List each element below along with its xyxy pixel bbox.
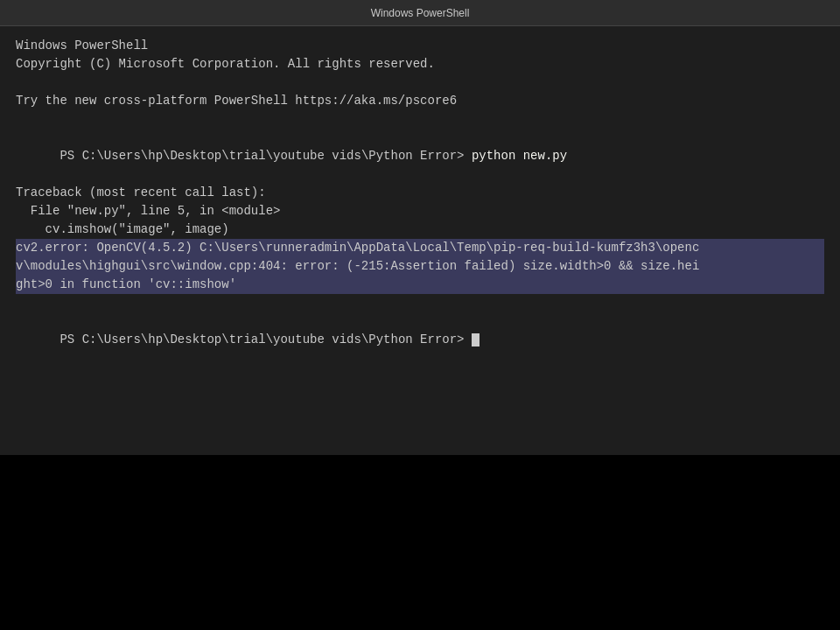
- code-line: cv.imshow("image", image): [16, 220, 824, 239]
- error-line-1: cv2.error: OpenCV(4.5.2) C:\Users\runner…: [16, 239, 824, 257]
- file-line: File "new.py", line 5, in <module>: [16, 202, 824, 220]
- prompt-2: PS C:\Users\hp\Desktop\trial\youtube vid…: [60, 332, 464, 346]
- error-line-3: ght>0 in function 'cv::imshow': [16, 276, 824, 294]
- blank-2: [16, 110, 824, 129]
- terminal-body[interactable]: Windows PowerShell Copyright (C) Microso…: [0, 26, 840, 455]
- blank-1: [16, 74, 824, 92]
- title-bar-text: Windows PowerShell: [371, 7, 470, 19]
- header-line-1: Windows PowerShell: [16, 37, 824, 55]
- cursor: [472, 333, 480, 346]
- header-line-2: Copyright (C) Microsoft Corporation. All…: [16, 55, 824, 74]
- bottom-area: [0, 455, 840, 630]
- terminal-window: Windows PowerShell Windows PowerShell Co…: [0, 0, 840, 630]
- command-line-2: PS C:\Users\hp\Desktop\trial\youtube vid…: [16, 312, 824, 368]
- title-bar: Windows PowerShell: [0, 0, 840, 26]
- command-1: python new.py: [465, 149, 568, 163]
- command-line-1: PS C:\Users\hp\Desktop\trial\youtube vid…: [16, 129, 824, 184]
- error-line-2: v\modules\highgui\src\window.cpp:404: er…: [16, 257, 824, 276]
- blank-3: [16, 294, 824, 312]
- cross-platform-line: Try the new cross-platform PowerShell ht…: [16, 92, 824, 110]
- prompt-1: PS C:\Users\hp\Desktop\trial\youtube vid…: [60, 149, 464, 163]
- traceback-line: Traceback (most recent call last):: [16, 184, 824, 202]
